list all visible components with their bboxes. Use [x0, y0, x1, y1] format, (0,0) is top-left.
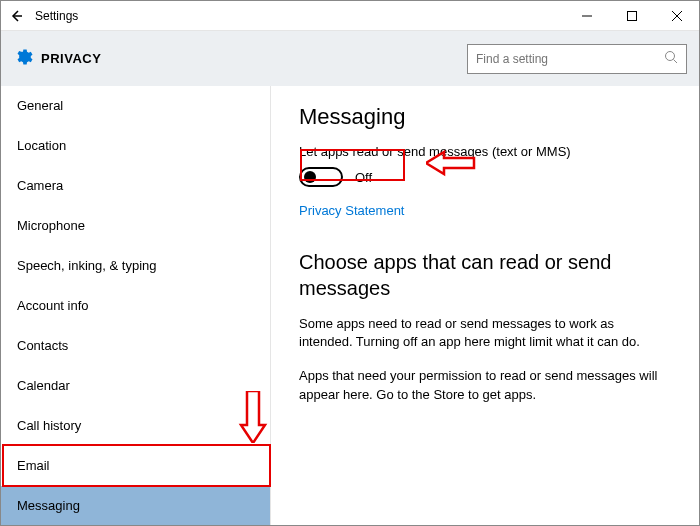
back-button[interactable]: [1, 1, 31, 31]
svg-point-4: [666, 51, 675, 60]
sidebar-item-label: General: [17, 98, 63, 113]
toggle-row: Off: [299, 167, 671, 187]
content-pane: Messaging Let apps read or send messages…: [271, 86, 699, 525]
close-icon: [672, 11, 682, 21]
sidebar-item-label: Messaging: [17, 498, 80, 513]
content-paragraph-1: Some apps need to read or send messages …: [299, 315, 671, 351]
header-left: PRIVACY: [13, 47, 101, 71]
sidebar-item-location[interactable]: Location: [1, 126, 270, 166]
toggle-description: Let apps read or send messages (text or …: [299, 144, 671, 159]
sidebar-item-general[interactable]: General: [1, 86, 270, 126]
sidebar-item-messaging[interactable]: Messaging: [1, 486, 270, 525]
maximize-icon: [627, 11, 637, 21]
search-box[interactable]: [467, 44, 687, 74]
sidebar-item-camera[interactable]: Camera: [1, 166, 270, 206]
content-paragraph-2: Apps that need your permission to read o…: [299, 367, 671, 403]
gear-icon: [13, 47, 33, 71]
page-title: PRIVACY: [41, 51, 101, 66]
minimize-button[interactable]: [564, 1, 609, 31]
sidebar-item-label: Microphone: [17, 218, 85, 233]
sidebar-item-contacts[interactable]: Contacts: [1, 326, 270, 366]
titlebar: Settings: [1, 1, 699, 31]
toggle-state-label: Off: [355, 170, 372, 185]
close-button[interactable]: [654, 1, 699, 31]
sidebar-item-label: Camera: [17, 178, 63, 193]
sidebar-item-email[interactable]: Email: [1, 446, 270, 486]
toggle-knob: [304, 171, 316, 183]
privacy-statement-link[interactable]: Privacy Statement: [299, 203, 405, 218]
search-icon: [664, 50, 678, 68]
settings-window: Settings PRIVACY G: [0, 0, 700, 526]
sidebar-item-microphone[interactable]: Microphone: [1, 206, 270, 246]
arrow-left-icon: [9, 9, 23, 23]
sidebar-item-calendar[interactable]: Calendar: [1, 366, 270, 406]
sidebar-item-label: Call history: [17, 418, 81, 433]
search-input[interactable]: [476, 52, 664, 66]
sidebar-item-label: Account info: [17, 298, 89, 313]
sidebar-item-account-info[interactable]: Account info: [1, 286, 270, 326]
header-bar: PRIVACY: [1, 31, 699, 86]
sidebar-item-label: Speech, inking, & typing: [17, 258, 156, 273]
content-subheading: Choose apps that can read or send messag…: [299, 249, 671, 301]
sidebar-item-label: Calendar: [17, 378, 70, 393]
window-controls: [564, 1, 699, 31]
sidebar-item-label: Email: [17, 458, 50, 473]
content-heading: Messaging: [299, 104, 671, 130]
sidebar-item-speech-inking-typing[interactable]: Speech, inking, & typing: [1, 246, 270, 286]
minimize-icon: [582, 11, 592, 21]
window-title: Settings: [35, 9, 78, 23]
sidebar-item-call-history[interactable]: Call history: [1, 406, 270, 446]
sidebar-item-label: Location: [17, 138, 66, 153]
svg-line-5: [674, 59, 678, 63]
messaging-toggle[interactable]: [299, 167, 343, 187]
svg-rect-1: [627, 12, 636, 21]
body: GeneralLocationCameraMicrophoneSpeech, i…: [1, 86, 699, 525]
sidebar-item-label: Contacts: [17, 338, 68, 353]
sidebar: GeneralLocationCameraMicrophoneSpeech, i…: [1, 86, 271, 525]
maximize-button[interactable]: [609, 1, 654, 31]
